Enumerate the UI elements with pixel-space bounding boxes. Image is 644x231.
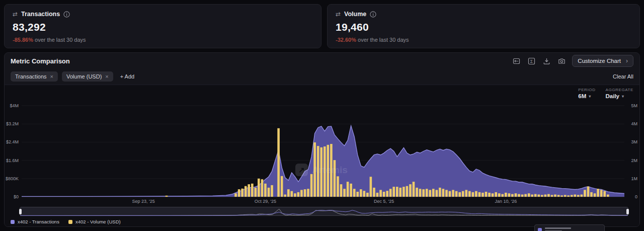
svg-text:2M: 2M: [631, 158, 637, 163]
transactions-delta-pct: -85.86%: [13, 37, 33, 43]
transactions-delta-suffix: over the last 30 days: [35, 37, 86, 43]
camera-icon[interactable]: [557, 56, 566, 65]
info-icon[interactable]: [63, 11, 70, 18]
tag-transactions-label: Transactions: [15, 73, 47, 80]
aggregate-dropdown[interactable]: AGGREGATE Daily ▾: [606, 88, 633, 99]
panel-title: Metric Comparison: [11, 57, 70, 65]
download-icon[interactable]: [542, 56, 551, 65]
tag-volume-usd[interactable]: Volume (USD) ×: [62, 71, 113, 82]
info-icon[interactable]: [370, 11, 376, 18]
tag-volume-usd-label: Volume (USD): [66, 73, 102, 80]
legend-item-volume[interactable]: x402 - Volume (USD): [68, 219, 121, 224]
brush-minimap: [20, 207, 628, 216]
period-value: 6M: [578, 93, 586, 99]
svg-text:Oct 29, '25: Oct 29, '25: [255, 199, 276, 204]
svg-text:3M: 3M: [631, 139, 637, 144]
panel-header: Metric Comparison Σ Customize Chart ›: [5, 53, 639, 69]
svg-text:$0: $0: [14, 194, 19, 199]
svg-text:$2.4M: $2.4M: [6, 139, 19, 144]
tag-transactions[interactable]: Transactions ×: [11, 71, 58, 82]
card-label-transactions: Transactions: [21, 11, 60, 18]
svg-text:$1.6M: $1.6M: [6, 158, 19, 163]
chart-area: PERIOD 6M ▾ AGGREGATE Daily ▾ $4M5M$3.2M…: [5, 85, 639, 226]
svg-text:Σ: Σ: [530, 58, 533, 63]
legend-label-transactions: x402 - Transactions: [18, 219, 59, 224]
swap-icon: ⇄: [13, 11, 18, 17]
svg-text:4M: 4M: [631, 121, 637, 126]
swap-icon: ⇄: [336, 11, 341, 17]
svg-text:$800K: $800K: [6, 176, 19, 181]
embed-icon[interactable]: [512, 56, 521, 65]
transactions-value: 83,292: [13, 21, 313, 33]
svg-text:0: 0: [635, 194, 637, 199]
svg-text:Jan 10, '26: Jan 10, '26: [495, 199, 517, 204]
aggregate-label: AGGREGATE: [606, 88, 633, 92]
customize-chart-button[interactable]: Customize Chart ›: [572, 55, 633, 67]
legend-label-volume: x402 - Volume (USD): [75, 219, 121, 224]
clear-all-button[interactable]: Clear All: [613, 73, 633, 80]
tooltip-text-lines: [545, 227, 582, 231]
metric-tags-row: Transactions × Volume (USD) × + Add Clea…: [5, 69, 639, 84]
legend-swatch-volume: [68, 220, 72, 224]
combo-chart[interactable]: $4M5M$3.2M4M$2.4M3M$1.6M2M$800K1M$00Sep …: [5, 102, 640, 205]
svg-text:Sep 23, '25: Sep 23, '25: [132, 199, 155, 204]
brush-handle-right[interactable]: [626, 209, 629, 214]
transactions-delta: -85.86% over the last 30 days: [13, 37, 313, 43]
volume-delta-suffix: over the last 30 days: [358, 37, 409, 43]
chevron-down-icon: ▾: [589, 94, 591, 99]
period-dropdown[interactable]: PERIOD 6M ▾: [578, 88, 595, 99]
volume-kpi-card: ⇄ Volume 19,460 -32.60% over the last 30…: [327, 4, 640, 48]
volume-delta: -32.60% over the last 30 days: [336, 37, 631, 43]
chevron-right-icon: ›: [626, 57, 628, 64]
customize-chart-label: Customize Chart: [578, 58, 621, 64]
brush-handle-left[interactable]: [19, 209, 22, 214]
svg-text:5M: 5M: [631, 103, 637, 108]
summary-icon[interactable]: Σ: [527, 56, 536, 65]
close-icon[interactable]: ×: [105, 73, 108, 80]
chart-legend: x402 - Transactions x402 - Volume (USD): [11, 219, 121, 224]
range-brush[interactable]: [20, 207, 628, 216]
svg-text:Dec 5, '25: Dec 5, '25: [374, 199, 394, 204]
chart-svg[interactable]: $4M5M$3.2M4M$2.4M3M$1.6M2M$800K1M$00Sep …: [5, 102, 640, 205]
close-icon[interactable]: ×: [50, 73, 53, 80]
chevron-down-icon: ▾: [622, 94, 624, 99]
add-metric-button[interactable]: + Add: [117, 71, 137, 82]
legend-item-transactions[interactable]: x402 - Transactions: [11, 219, 59, 224]
period-label: PERIOD: [578, 88, 595, 92]
svg-text:$3.2M: $3.2M: [6, 121, 19, 126]
svg-text:$4M: $4M: [10, 103, 19, 108]
legend-swatch-transactions: [11, 220, 15, 224]
volume-delta-pct: -32.60%: [336, 37, 356, 43]
transactions-kpi-card: ⇄ Transactions 83,292 -85.86% over the l…: [4, 4, 321, 48]
dashboard-page: ⇄ Transactions 83,292 -85.86% over the l…: [0, 0, 644, 231]
svg-text:1M: 1M: [631, 176, 637, 181]
tooltip-series-swatch: [538, 228, 542, 231]
card-label-volume: Volume: [344, 11, 366, 18]
chart-tooltip: [534, 224, 605, 231]
metric-comparison-panel: Metric Comparison Σ Customize Chart ›: [4, 52, 640, 227]
volume-value: 19,460: [336, 21, 631, 33]
aggregate-value: Daily: [606, 93, 620, 99]
